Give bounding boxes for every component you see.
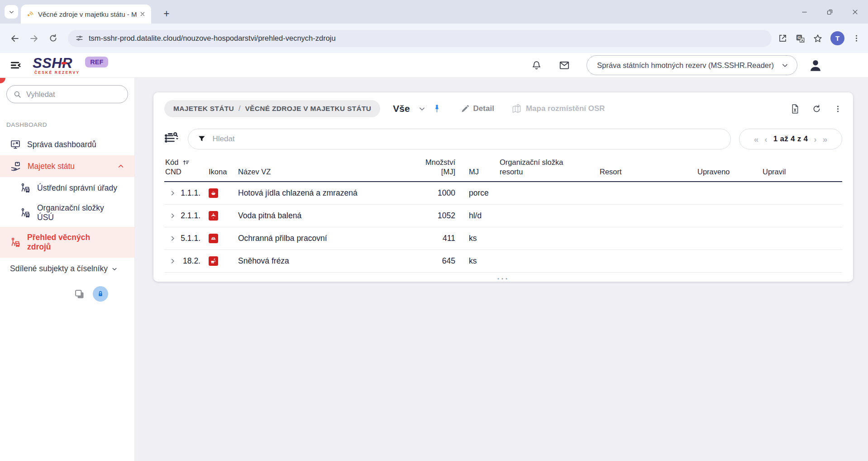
handcart-icon: [10, 237, 21, 248]
sidebar-item-ustredni-spravni-urady[interactable]: Ústřední správní úřady: [0, 177, 134, 199]
tab-close-icon[interactable]: [138, 10, 147, 18]
row-expand-chevron-icon[interactable]: [164, 190, 181, 197]
snowblower-icon: [209, 256, 218, 266]
column-header-upraveno[interactable]: Upraveno: [695, 167, 761, 177]
chevron-down-icon: [111, 266, 118, 272]
sidebar-search[interactable]: [6, 85, 128, 103]
column-header-resort[interactable]: Resort: [598, 167, 695, 177]
table-more-ellipsis[interactable]: ···: [164, 273, 842, 286]
chevron-down-icon[interactable]: [418, 105, 426, 113]
browser-titlebar: Věcné zdroje v majetku státu - M +: [0, 0, 868, 24]
sidebar-item-sdilene-subjekty[interactable]: Sdílené subjekty a číselníky: [0, 258, 134, 280]
cell-quantity: 1000: [405, 188, 455, 198]
logo-text: SSHR: [33, 56, 72, 70]
browser-menu-kebab-icon[interactable]: [852, 34, 861, 43]
back-icon[interactable]: [7, 31, 23, 46]
column-header-mj[interactable]: MJ: [455, 167, 496, 177]
table-row[interactable]: 2.1.1. Voda pitná balená 1052 hl/d: [164, 205, 842, 227]
pagination-last-button[interactable]: »: [823, 135, 828, 144]
lock-button[interactable]: [93, 286, 108, 302]
site-settings-icon[interactable]: [75, 34, 84, 43]
column-settings-icon[interactable]: [164, 132, 180, 146]
table-row[interactable]: 5.1.1. Ochranná přilba pracovní 411 ks: [164, 227, 842, 250]
column-header-kod-cnd[interactable]: Kód CND: [164, 158, 202, 177]
sidebar-item-majetek-statu[interactable]: Majetek státu: [0, 155, 134, 177]
copy-layout-icon[interactable]: [73, 288, 86, 300]
breadcrumb-majetek-statu[interactable]: MAJETEK STÁTU: [173, 105, 234, 113]
browser-tab[interactable]: Věcné zdroje v majetku státu - M: [21, 5, 151, 24]
column-header-mnozstvi[interactable]: Množství [MJ]: [405, 158, 455, 177]
cell-quantity: 411: [405, 234, 455, 243]
reload-icon[interactable]: [45, 31, 61, 46]
row-expand-chevron-icon[interactable]: [164, 235, 181, 242]
cell-code: 2.1.1.: [181, 211, 202, 221]
column-header-nazev-vz[interactable]: Název VZ: [238, 167, 405, 177]
map-icon: [511, 104, 522, 114]
app-logo[interactable]: SSHR ČESKÉ REZERVY: [33, 56, 80, 75]
pagination-label: 1 až 4 z 4: [773, 134, 808, 144]
translate-icon[interactable]: G: [795, 34, 805, 43]
role-selector[interactable]: Správa státních hmotných rezerv (MS.SSHR…: [587, 55, 797, 75]
window-close-button[interactable]: [850, 7, 860, 17]
detail-button-label: Detail: [473, 104, 494, 113]
export-xls-icon[interactable]: [790, 104, 800, 114]
sidebar-item-label: Organizační složky ÚSÚ: [37, 203, 114, 222]
chevron-down-icon: [9, 9, 14, 15]
lock-icon: [96, 290, 105, 298]
row-expand-chevron-icon[interactable]: [164, 258, 181, 264]
forward-icon[interactable]: [26, 31, 42, 46]
cell-quantity: 1052: [405, 211, 455, 221]
more-options-kebab-icon[interactable]: [834, 105, 842, 113]
sidebar-item-sprava-dashboardu[interactable]: Správa dashboardů: [0, 134, 134, 155]
open-in-new-icon[interactable]: [778, 34, 787, 43]
map-osr-button-label: Mapa rozmístění OSR: [526, 104, 605, 113]
tab-title: Věcné zdroje v majetku státu - M: [38, 10, 138, 18]
dashboards-icon: [10, 139, 21, 150]
address-bar[interactable]: tsm-sshr-prod.datalite.cloud/nouzove-hos…: [68, 30, 772, 47]
table-search[interactable]: [188, 129, 731, 149]
column-header-upravil[interactable]: Upravil: [761, 167, 842, 177]
handcart-icon: [20, 207, 31, 218]
cell-name: Sněhová fréza: [238, 256, 405, 266]
pagination-first-button[interactable]: «: [754, 135, 759, 144]
sidebar-item-label: Majetek státu: [28, 162, 75, 171]
table-row[interactable]: 18.2. Sněhová fréza 645 ks: [164, 250, 842, 273]
pin-filter-icon[interactable]: [433, 104, 441, 113]
map-osr-button[interactable]: Mapa rozmístění OSR: [511, 104, 605, 114]
bookmark-star-icon[interactable]: [813, 34, 823, 43]
cell-unit: porce: [455, 188, 496, 198]
breadcrumb-vecne-zdroje[interactable]: VĚCNÉ ZDROJE V MAJETKU STÁTU: [245, 105, 371, 113]
logo-tagline: ČESKÉ REZERVY: [34, 71, 80, 75]
refresh-icon[interactable]: [812, 104, 821, 114]
notifications-bell-icon[interactable]: [529, 58, 543, 72]
pencil-icon: [461, 105, 469, 113]
pagination-next-button[interactable]: ›: [814, 135, 816, 144]
view-filter-dropdown[interactable]: Vše: [393, 103, 410, 114]
url-text: tsm-sshr-prod.datalite.cloud/nouzove-hos…: [89, 34, 336, 43]
browser-profile-avatar[interactable]: T: [830, 31, 844, 45]
sidebar-item-organizacni-slozky-usu[interactable]: Organizační složky ÚSÚ: [0, 199, 134, 227]
sidebar-item-prehled-vecnych-zdroju[interactable]: Přehled věcných zdrojů: [0, 227, 134, 258]
cell-quantity: 645: [405, 256, 455, 266]
column-header-organizacni-slozka[interactable]: Organizační složka resortu: [496, 158, 598, 177]
menu-toggle-icon[interactable]: [8, 58, 24, 73]
sidebar-item-label: Správa dashboardů: [27, 140, 96, 149]
row-expand-chevron-icon[interactable]: [164, 212, 181, 219]
browser-toolbar: tsm-sshr-prod.datalite.cloud/nouzove-hos…: [0, 24, 868, 53]
table-header: Kód CND Ikona Název VZ Množství [MJ] MJ …: [164, 153, 842, 182]
user-avatar[interactable]: [808, 58, 823, 72]
sidebar-search-input[interactable]: [26, 90, 112, 99]
sort-ascending-icon[interactable]: [182, 159, 190, 166]
column-header-ikona[interactable]: Ikona: [202, 167, 238, 177]
detail-button[interactable]: Detail: [461, 104, 494, 113]
svg-text:G: G: [797, 35, 801, 40]
pagination-prev-button[interactable]: ‹: [764, 135, 767, 144]
table-search-input[interactable]: [212, 134, 721, 144]
table-row[interactable]: 1.1.1. Hotová jídla chlazená a zmrazená …: [164, 182, 842, 205]
logo-red-dash: [61, 62, 67, 64]
messages-mail-icon[interactable]: [558, 58, 571, 72]
tab-search-button[interactable]: [5, 5, 18, 19]
window-restore-button[interactable]: [825, 7, 835, 17]
window-minimize-button[interactable]: [799, 7, 809, 17]
new-tab-button[interactable]: +: [159, 6, 174, 21]
